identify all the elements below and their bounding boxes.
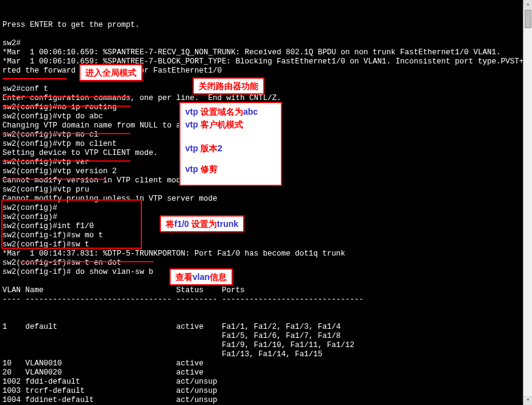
callout-vlan-info: 查看vlan信息	[169, 268, 233, 285]
terminal-line: sw2#	[2, 39, 520, 48]
underline-vtp-mo-client	[2, 133, 130, 134]
terminal-line: sw2(config-if)#sw t	[2, 240, 520, 249]
callout-vtp-settings: vtp 设置域名为abc vtp 客户机模式 vtp 版本2 vtp 修剪	[179, 102, 282, 186]
terminal-output: Press ENTER to get the prompt.sw2#*Mar 1…	[0, 0, 523, 405]
callout-vtp-text-1: 设置域名为	[200, 107, 243, 116]
table-row: 1003 trcrf-default act/unsup	[2, 387, 520, 396]
terminal-line	[2, 30, 520, 39]
table-row: 1002 fddi-default act/unsup	[2, 378, 520, 387]
terminal-line: sw2(config-if)#sw mo t	[2, 231, 520, 240]
underline-vtp-pru	[2, 179, 106, 180]
terminal-line: sw2(config)#vtp pru	[2, 185, 520, 195]
terminal-line: sw2(config)#	[2, 213, 520, 222]
callout-vtp-2: 2	[218, 143, 222, 153]
scrollbar[interactable]: ▴ ▾	[523, 0, 532, 405]
callout-vtp-prefix-2: vtp	[185, 120, 198, 129]
callout-f10: f1/0	[174, 219, 189, 229]
callout-trunk-word: trunk	[217, 219, 238, 229]
table-row: 20 VLAN0020 active	[2, 368, 520, 378]
terminal-line	[2, 277, 520, 286]
callout-vtp-text-3: 版本	[200, 143, 218, 153]
terminal-line: Cannot modify pruning unless in VTP serv…	[2, 195, 520, 204]
callout-vtp-prefix-4: vtp	[185, 164, 198, 174]
callout-global-mode: 进入全局模式	[79, 64, 143, 81]
callout-trunk: 将f1/0 设置为trunk	[160, 215, 244, 232]
underline-no-ip-routing	[2, 96, 130, 98]
callout-vtp-prefix-1: vtp	[185, 107, 198, 116]
callout-trunk-pre: 将	[166, 219, 174, 229]
terminal-line: sw2(config)#	[2, 204, 520, 213]
underline-conf-t	[2, 78, 66, 79]
terminal-line: sw2(config-if)#sw t en dot	[2, 259, 520, 268]
callout-vtp-prefix-3: vtp	[185, 143, 198, 153]
terminal-line: VLAN Name Status Ports	[2, 286, 520, 295]
table-row: 10 VLAN0010 active	[2, 359, 520, 368]
table-row: Fa1/13, Fa1/14, Fa1/15	[2, 350, 520, 359]
callout-vlan-suf: 信息	[210, 272, 227, 282]
underline-vtp-do-abc	[2, 106, 130, 107]
table-row: 1004 fddinet-default act/unsup	[2, 396, 520, 405]
terminal-line: ---- -------------------------------- --…	[2, 295, 520, 304]
callout-trunk-mid: 设置为	[191, 219, 217, 229]
callout-vtp-text-2: 客户机模式	[200, 120, 243, 129]
callout-close-routing: 关闭路由器功能	[193, 77, 264, 95]
scroll-thumb[interactable]	[525, 10, 531, 28]
table-row: Fa1/5, Fa1/6, Fa1/7, Fa1/8	[2, 332, 520, 341]
underline-vtp-version-2	[2, 160, 130, 162]
callout-vlan-word: vlan	[193, 272, 210, 282]
terminal-line: sw2(config-if)# do show vlan-sw b	[2, 268, 520, 277]
table-row: 1 default active Fa1/1, Fa1/2, Fa1/3, Fa…	[2, 323, 520, 332]
scroll-down-icon[interactable]: ▾	[523, 396, 532, 405]
callout-abc: abc	[243, 107, 258, 116]
callout-vlan-pre: 查看	[176, 272, 193, 282]
terminal-line: sw2(config)#int f1/0	[2, 222, 520, 231]
underline-do-show-vlan	[20, 261, 154, 262]
callout-vtp-text-4: 修剪	[200, 164, 218, 174]
terminal-line: *Mar 1 00:06:10.659: %SPANTREE-7-RECV_1Q…	[2, 48, 520, 57]
scroll-up-icon[interactable]: ▴	[523, 0, 532, 9]
table-row: Fa1/9, Fa1/10, Fa1/11, Fa1/12	[2, 341, 520, 350]
terminal-line: *Mar 1 00:14:37.831: %DTP-5-TRUNKPORTON:…	[2, 249, 520, 259]
terminal-line: Press ENTER to get the prompt.	[2, 21, 520, 30]
